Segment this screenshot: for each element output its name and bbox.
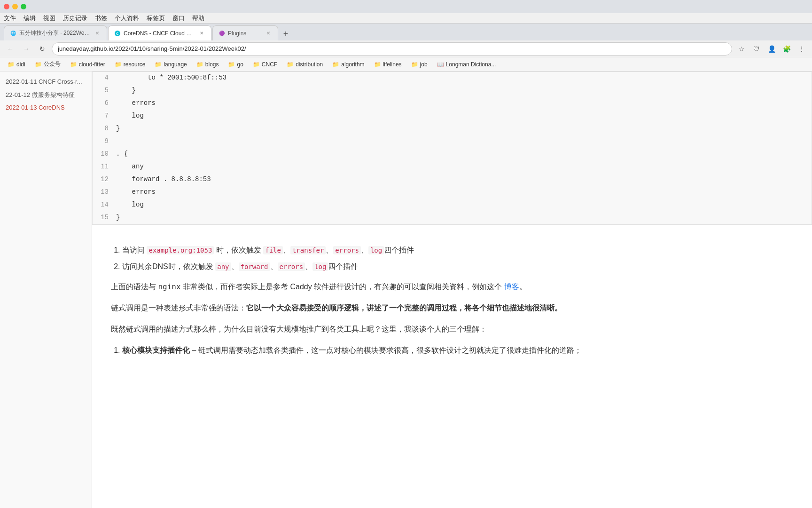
settings-icon[interactable]: ⋮ [795,42,808,56]
menu-item-history[interactable]: 历史记录 [63,14,87,23]
bookmark-lifelines-label: lifelines [383,61,402,68]
line-num-9: 9 [93,135,116,147]
tab-2-title: CoreDNS - CNCF Cloud Nativ... [124,30,195,37]
code-inline-7: forward [239,262,270,271]
menu-item-window[interactable]: 窗口 [172,14,185,23]
article-para-2: 链式调用是一种表述形式非常强的语法：它以一个大众容易接受的顺序逻辑，讲述了一个完… [111,302,731,315]
line-num-12: 12 [93,174,116,185]
article-para-1: 上面的语法与 nginx 非常类似，而作者实际上是参考 Caddy 软件进行设计… [111,280,731,294]
code-line-15: 15 } [93,212,812,224]
folder-icon: 📁 [374,61,381,68]
code-inline-9: log [312,262,328,271]
tab-1-favicon: 🌐 [10,30,16,37]
folder-icon: 📁 [411,61,418,68]
folder-icon: 📁 [253,61,260,68]
line-content-7: log [116,110,144,121]
bookmark-distribution-label: distribution [296,61,323,68]
extensions-icon[interactable]: 🧩 [780,42,793,56]
bookmark-cloud-fitter-label: cloud-fitter [79,61,105,68]
code-inline-3: transfer [290,246,326,254]
article-content: 当访问 example.org:1053 时，依次触发 file、transfe… [92,225,750,375]
reload-button[interactable]: ↻ [36,42,49,56]
tab-3-close[interactable]: ✕ [265,30,272,37]
minimize-window-button[interactable] [12,4,18,9]
code-line-8: 8 } [93,123,812,135]
code-line-10: 10 . { [93,148,812,161]
new-tab-button[interactable]: + [279,27,292,40]
line-content-5: } [116,85,136,96]
tab-1-close[interactable]: ✕ [94,30,101,37]
menu-item-view[interactable]: 视图 [43,14,55,23]
code-line-5: 5 } [93,85,812,97]
sidebar-item-3[interactable]: 2022-01-13 CoreDNS [0,101,92,114]
menu-item-bookmarks[interactable]: 书签 [95,14,107,23]
menu-item-profile[interactable]: 个人资料 [115,14,139,23]
code-line-4: 4 to * 2001:500:8f::53 [93,72,812,85]
sidebar-item-2[interactable]: 22-01-12 微服务架构特征 [0,88,92,102]
bookmark-go[interactable]: 📁 go [224,60,247,69]
folder-icon: 📁 [287,61,294,68]
menu-item-tabs[interactable]: 标签页 [147,14,165,23]
code-block: 4 to * 2001:500:8f::53 5 } 6 errors 7 lo… [92,71,812,225]
main-layout: 2022-01-11 CNCF Cross-r... 22-01-12 微服务架… [0,71,812,508]
bookmark-longman[interactable]: 📖 Longman Dictiona... [433,60,500,69]
tab-2-close[interactable]: ✕ [198,30,205,37]
code-line-13: 13 errors [93,186,812,199]
list-item-2: 访问其余DNS时，依次触发 any、forward、errors、log四个插件 [122,260,731,273]
shield-icon[interactable]: 🛡 [750,42,763,56]
folder-icon: 📁 [155,61,162,68]
tab-2[interactable]: C CoreDNS - CNCF Cloud Nativ... ✕ [108,25,211,40]
code-line-7: 7 log [93,110,812,123]
line-num-8: 8 [93,123,116,134]
tab-1[interactable]: 🌐 五分钟技小分享 · 2022Week... ✕ [4,25,107,40]
bookmark-blogs[interactable]: 📁 blogs [193,60,223,69]
forward-button[interactable]: → [20,42,33,56]
folder-icon: 📁 [332,61,339,68]
menu-item-file[interactable]: 文件 [4,14,16,23]
menu-item-edit[interactable]: 编辑 [23,14,36,23]
tab-2-favicon: C [114,30,121,37]
window-controls[interactable] [4,4,26,9]
bookmark-job[interactable]: 📁 job [407,60,431,69]
bookmark-didi-label: didi [16,61,25,68]
line-content-13: errors [116,186,156,198]
bookmark-resource[interactable]: 📁 resource [111,60,149,69]
close-window-button[interactable] [4,4,9,9]
tab-3[interactable]: 🟣 Plugins ✕ [212,25,278,40]
back-button[interactable]: ← [4,42,17,56]
line-num-10: 10 [93,148,116,159]
folder-icon: 📁 [8,61,15,68]
bookmark-star-icon[interactable]: ☆ [735,42,748,56]
tab-1-title: 五分钟技小分享 · 2022Week... [19,29,91,37]
profile-icon[interactable]: 👤 [765,42,778,56]
address-bar: ← → ↻ ☆ 🛡 👤 🧩 ⋮ [0,40,812,57]
content-area[interactable]: 4 to * 2001:500:8f::53 5 } 6 errors 7 lo… [92,71,812,508]
bookmark-distribution[interactable]: 📁 distribution [283,60,327,69]
bookmark-resource-label: resource [124,61,146,68]
bookmark-didi[interactable]: 📁 didi [4,60,29,69]
bookmark-language[interactable]: 📁 language [151,60,190,69]
line-content-15: } [116,212,120,223]
bookmark-algorithm-label: algorithm [341,61,364,68]
article-para-3: 既然链式调用的描述方式那么棒，为什么目前没有大规模地推广到各类工具上呢？这里，我… [111,323,731,336]
line-content-4: to * 2001:500:8f::53 [116,72,226,83]
bold-text-1: 它以一个大众容易接受的顺序逻辑，讲述了一个完整的调用过程，将各个细节也描述地很清… [246,304,562,312]
menu-item-help[interactable]: 帮助 [192,14,204,23]
bookmark-algorithm[interactable]: 📁 algorithm [328,60,368,69]
bookmark-cloud-fitter[interactable]: 📁 cloud-fitter [66,60,109,69]
line-content-6: errors [116,97,156,109]
code-line-9: 9 [93,135,812,148]
tab-bar: 🌐 五分钟技小分享 · 2022Week... ✕ C CoreDNS - CN… [0,24,812,40]
maximize-window-button[interactable] [21,4,26,9]
bookmark-cncf[interactable]: 📁 CNCF [249,60,281,69]
code-inline-4: errors [333,246,361,254]
sidebar-item-1[interactable]: 2022-01-11 CNCF Cross-r... [0,75,92,88]
address-input[interactable] [52,42,732,56]
code-inline-8: errors [278,262,305,271]
article-list-2: 核心模块支持插件化 – 链式调用需要动态加载各类插件，这一点对核心的模块要求很高… [122,344,731,357]
folder-icon: 📁 [228,61,235,68]
bookmark-gongzhonghao[interactable]: 📁 公众号 [31,59,64,69]
bookmark-lifelines[interactable]: 📁 lifelines [370,60,406,69]
blog-link[interactable]: 博客 [504,283,519,291]
code-line-12: 12 forward . 8.8.8.8:53 [93,174,812,186]
